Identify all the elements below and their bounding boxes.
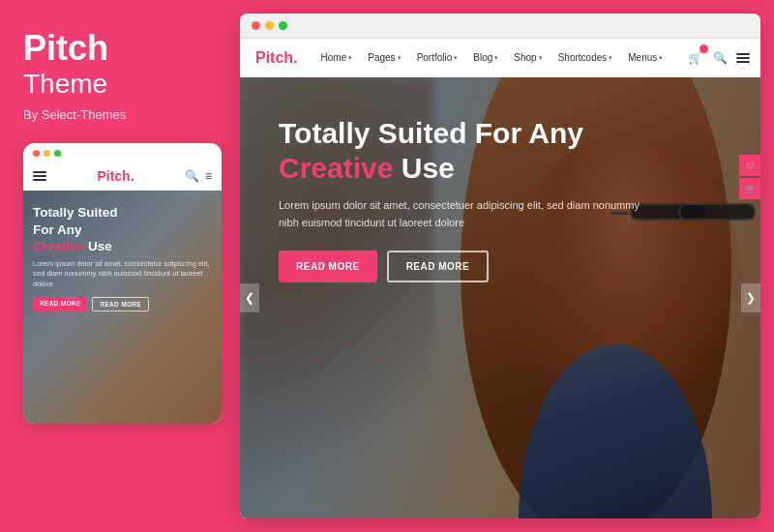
mobile-mockup: Pitch. 🔍 ≡ Totally Suited For Any Creati… bbox=[23, 143, 222, 424]
mobile-hero-title: Totally Suited For Any Creative Use bbox=[33, 204, 212, 255]
chevron-down-icon: ▾ bbox=[454, 54, 458, 62]
mobile-read-more-btn-1[interactable]: READ MORE bbox=[33, 297, 87, 311]
browser-dot-red bbox=[252, 21, 260, 30]
search-icon[interactable]: 🔍 bbox=[711, 49, 729, 67]
chevron-down-icon: ▾ bbox=[494, 54, 498, 62]
menu-item-home[interactable]: Home ▾ bbox=[313, 39, 361, 77]
mobile-hamburger-icon[interactable] bbox=[33, 171, 46, 181]
mobile-hero-content: Totally Suited For Any Creative Use Lore… bbox=[23, 191, 222, 321]
mobile-search-icon[interactable]: 🔍 bbox=[185, 169, 199, 183]
mobile-dot-green bbox=[54, 150, 61, 157]
chevron-down-icon: ▾ bbox=[659, 54, 663, 62]
mobile-read-more-btn-2[interactable]: READ MORE bbox=[92, 297, 148, 311]
logo-theme: Theme bbox=[23, 68, 217, 101]
by-author: By Select-Themes bbox=[23, 107, 217, 122]
cart-badge bbox=[700, 44, 708, 53]
site-logo: Pitch. bbox=[255, 49, 298, 67]
mobile-browser-chrome bbox=[23, 143, 222, 163]
side-wishlist-icon[interactable]: ♡ bbox=[739, 155, 760, 176]
browser-dot-green bbox=[279, 21, 287, 30]
chevron-down-icon: ▾ bbox=[348, 54, 352, 62]
hero-content: Totally Suited For Any Creative Use Lore… bbox=[240, 77, 760, 282]
mobile-logo: Pitch. bbox=[97, 168, 134, 184]
hero-read-more-btn-1[interactable]: READ MORE bbox=[279, 251, 377, 282]
menu-item-menus[interactable]: Menus ▾ bbox=[620, 39, 670, 77]
chevron-down-icon: ▾ bbox=[609, 54, 612, 62]
side-cart-icon[interactable]: 🛒 bbox=[739, 178, 760, 199]
mobile-nav-icons: 🔍 ≡ bbox=[185, 169, 212, 183]
hero-description: Lorem ipsum dolor sit amet, consectetuer… bbox=[279, 197, 646, 231]
mobile-hero-desc: Lorem ipsum dolor sit amet, consectetur … bbox=[33, 259, 212, 290]
hero-next-button[interactable]: ❯ bbox=[741, 283, 760, 312]
hero-buttons: READ MORE READ MORE bbox=[279, 251, 722, 282]
hero-prev-button[interactable]: ❮ bbox=[240, 283, 259, 312]
browser-dot-yellow bbox=[265, 21, 274, 30]
menu-item-shop[interactable]: Shop ▾ bbox=[506, 39, 550, 77]
browser-chrome bbox=[240, 14, 760, 39]
hero-read-more-btn-2[interactable]: READ MORE bbox=[387, 251, 490, 282]
site-nav-icons: 🛒 🔍 bbox=[686, 49, 750, 67]
menu-item-pages[interactable]: Pages ▾ bbox=[360, 39, 408, 77]
mobile-menu-icon[interactable]: ≡ bbox=[205, 169, 212, 183]
site-menu: Home ▾ Pages ▾ Portfolio ▾ Blog ▾ Shop bbox=[313, 39, 671, 77]
mobile-dot-red bbox=[33, 150, 40, 157]
site-nav: Pitch. Home ▾ Pages ▾ Portfolio ▾ Blog ▾ bbox=[240, 39, 760, 77]
chevron-down-icon: ▾ bbox=[398, 54, 402, 62]
site-hero: ♡ 🛒 ❮ ❯ Totally Suited For Any Creative … bbox=[240, 77, 760, 518]
cart-icon[interactable]: 🛒 bbox=[686, 49, 703, 67]
menu-item-shortcodes[interactable]: Shortcodes ▾ bbox=[551, 39, 621, 77]
hero-title: Totally Suited For Any Creative Use bbox=[279, 116, 685, 186]
chevron-down-icon: ▾ bbox=[539, 54, 543, 62]
logo-title: Pitch bbox=[23, 29, 217, 68]
menu-item-portfolio[interactable]: Portfolio ▾ bbox=[409, 39, 466, 77]
left-panel: Pitch Theme By Select-Themes Pitch. 🔍 ≡ bbox=[0, 0, 240, 532]
hamburger-icon[interactable] bbox=[736, 53, 750, 63]
mobile-dot-yellow bbox=[44, 150, 50, 157]
mobile-nav: Pitch. 🔍 ≡ bbox=[23, 163, 222, 191]
browser-mockup: Pitch. Home ▾ Pages ▾ Portfolio ▾ Blog ▾ bbox=[240, 14, 760, 518]
mobile-hero: Totally Suited For Any Creative Use Lore… bbox=[23, 191, 222, 424]
menu-item-blog[interactable]: Blog ▾ bbox=[465, 39, 506, 77]
mobile-hero-buttons: READ MORE READ MORE bbox=[33, 297, 212, 311]
desktop-site: Pitch. Home ▾ Pages ▾ Portfolio ▾ Blog ▾ bbox=[240, 39, 760, 518]
